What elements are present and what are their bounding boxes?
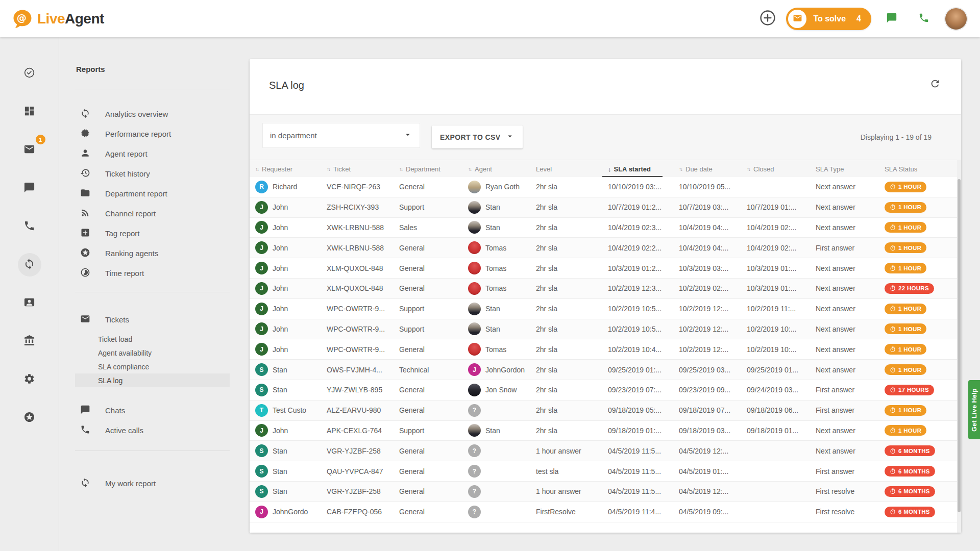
table-row[interactable]: JJohnWPC-OWRTR-9...SupportStan2hr sla10/… — [250, 319, 961, 340]
sla-status-cell: 1 HOUR — [879, 202, 961, 213]
export-to-csv-button[interactable]: EXPORT TO CSV — [432, 126, 523, 148]
rail-item-dashboard[interactable] — [18, 100, 41, 123]
table-row[interactable]: SStanOWS-FVJMH-4...TechnicalJJohnGordon2… — [250, 360, 961, 380]
table-row[interactable]: SStanVGR-YJZBF-258General?1 hour answer0… — [250, 482, 961, 502]
menu-item-agent-report[interactable]: Agent report — [75, 144, 230, 164]
requester-cell: JJohn — [250, 221, 321, 234]
gear-icon — [23, 373, 35, 387]
department-cell: Technical — [394, 366, 462, 374]
menu-item-ranking-agents[interactable]: Ranking agents — [75, 243, 230, 263]
table-row[interactable]: JJohnAPK-CEXLG-764SupportStan2hr sla09/1… — [250, 421, 961, 441]
menu-item-ticket-history[interactable]: Ticket history — [75, 164, 230, 184]
table-row[interactable]: JJohnWPC-OWRTR-9...SupportStan2hr sla10/… — [250, 299, 961, 319]
level-cell: 2hr sla — [530, 366, 602, 374]
menu-item-performance-report[interactable]: Performance report — [75, 124, 230, 144]
chat-icon — [80, 405, 90, 416]
sla-status-cell: 1 HOUR — [879, 344, 961, 355]
refresh-button[interactable] — [928, 78, 942, 91]
table-row[interactable]: JJohnWPC-OWRTR-9...GeneralTomas2hr sla10… — [250, 339, 961, 360]
table-row[interactable]: JJohnGordoCAB-FZEPQ-056General?FirstReso… — [250, 502, 961, 522]
column-header-closed[interactable]: ↑↓Closed — [741, 160, 810, 178]
menu-item-my-work-report[interactable]: My work report — [75, 473, 230, 493]
column-label: Closed — [753, 165, 774, 173]
rail-item-companies[interactable] — [18, 330, 41, 353]
menu-item-analytics-overview[interactable]: Analytics overview — [75, 104, 230, 124]
menu-subitem-sla-compliance[interactable]: SLA compliance — [75, 360, 230, 373]
rail-item-tickets[interactable]: 1 — [18, 138, 41, 162]
requester-cell: SStan — [250, 465, 321, 478]
user-avatar[interactable] — [944, 7, 968, 31]
menu-item-time-report[interactable]: Time report — [75, 263, 230, 283]
scrollbar-thumb[interactable] — [958, 179, 961, 512]
mail-icon — [788, 10, 806, 28]
add-new-button[interactable] — [758, 9, 777, 29]
table-row[interactable]: SStanQAU-YVPCA-847General?test sla04/5/2… — [250, 461, 961, 482]
rail-item-starred[interactable] — [18, 406, 41, 430]
column-header-due-date[interactable]: ↑↓Due date — [673, 160, 741, 178]
table-row[interactable]: JJohnZSH-RCIXY-393SupportStan2hr sla10/7… — [250, 197, 961, 218]
sla-type-cell: Next answer — [810, 427, 879, 435]
rail-item-reports[interactable] — [18, 253, 41, 277]
sla-type-cell: First answer — [810, 244, 879, 252]
to-solve-button[interactable]: To solve 4 — [786, 8, 871, 30]
menu-item-label: Active calls — [105, 426, 143, 435]
department-filter-select[interactable]: in department — [262, 123, 420, 148]
table-row[interactable]: JJohnXWK-LRBNU-588GeneralTomas2hr sla10/… — [250, 238, 961, 258]
requester-name: Stan — [273, 467, 287, 475]
table-row[interactable]: SStanVGR-YJZBF-258General?1 hour answer0… — [250, 441, 961, 461]
mail-icon — [80, 314, 90, 325]
menu-subitem-ticket-load[interactable]: Ticket load — [75, 332, 230, 346]
timer-icon — [890, 306, 896, 312]
ticket-cell: CAB-FZEPQ-056 — [321, 508, 394, 516]
liveagent-logo[interactable]: @ LiveAgent — [12, 9, 104, 29]
menu-item-tag-report[interactable]: Tag report — [75, 223, 230, 243]
sla-status-label: 1 HOUR — [898, 306, 921, 312]
menu-subitem-sla-log[interactable]: SLA log — [75, 373, 230, 387]
ticket-cell: WPC-OWRTR-9... — [321, 305, 394, 313]
rail-item-chats[interactable] — [18, 177, 41, 200]
chats-button[interactable] — [880, 7, 903, 31]
column-header-ticket[interactable]: ↑↓Ticket — [321, 160, 394, 178]
sla-type-cell: First resolve — [810, 508, 879, 516]
sla-status-badge: 6 MONTHS — [885, 466, 935, 477]
column-label: Department — [406, 165, 440, 173]
get-live-help-tab[interactable]: Get Live Help — [968, 380, 980, 439]
column-header-agent[interactable]: ↑↓Agent — [462, 160, 530, 178]
timelapse-icon — [80, 267, 90, 279]
menu-item-department-report[interactable]: Department report — [75, 184, 230, 204]
table-row[interactable]: SStanYJW-ZWLYB-895GeneralJon Snow2hr sla… — [250, 380, 961, 400]
agent-cell: Tomas — [462, 241, 530, 254]
calls-button[interactable] — [912, 7, 936, 31]
timer-icon — [890, 488, 896, 494]
rail-item-customers[interactable] — [18, 291, 41, 315]
closed-cell: 09/18/2019 01... — [741, 427, 810, 435]
sla-status-badge: 1 HOUR — [885, 344, 926, 355]
rail-item-tasks[interactable] — [18, 62, 41, 85]
menu-item-tickets[interactable]: Tickets — [75, 312, 230, 327]
menu-item-channel-report[interactable]: Channel report — [75, 204, 230, 223]
table-row[interactable]: JJohnXLM-QUXOL-848GeneralTomas2hr sla10/… — [250, 258, 961, 279]
sla-status-badge: 1 HOUR — [885, 242, 926, 253]
column-header-sla-started[interactable]: ↓SLA started — [602, 160, 673, 178]
agent-cell: Tomas — [462, 282, 530, 295]
menu-item-chats[interactable]: Chats — [75, 400, 230, 420]
sla-status-label: 1 HOUR — [898, 224, 921, 231]
rail-item-settings[interactable] — [18, 368, 41, 391]
table-row[interactable]: JJohnXWK-LRBNU-588SalesStan2hr sla10/4/2… — [250, 218, 961, 238]
table-row[interactable]: RRichardVCE-NIRQF-263GeneralRyan Goth2hr… — [250, 177, 961, 197]
menu-item-active-calls[interactable]: Active calls — [75, 420, 230, 440]
column-label: SLA Type — [816, 165, 844, 173]
closed-cell: 10/4/2019 02:... — [741, 223, 810, 232]
column-header-requester[interactable]: ↑↓Requester — [250, 160, 321, 178]
sla-status-cell: 1 HOUR — [879, 323, 961, 334]
reports-menu: Reports Analytics overviewPerformance re… — [75, 37, 230, 551]
folder-icon — [80, 188, 90, 199]
agent-avatar-unknown: ? — [468, 444, 481, 457]
mail-icon — [23, 143, 35, 157]
column-header-department[interactable]: ↑↓Department — [394, 160, 462, 178]
table-row[interactable]: TTest CustoALZ-EARVU-980General?2hr sla0… — [250, 400, 961, 421]
table-row[interactable]: JJohnXLM-QUXOL-848GeneralTomas2hr sla10/… — [250, 279, 961, 299]
sla-status-label: 6 MONTHS — [898, 468, 930, 474]
menu-subitem-agent-availability[interactable]: Agent availability — [75, 346, 230, 360]
rail-item-calls[interactable] — [18, 215, 41, 238]
